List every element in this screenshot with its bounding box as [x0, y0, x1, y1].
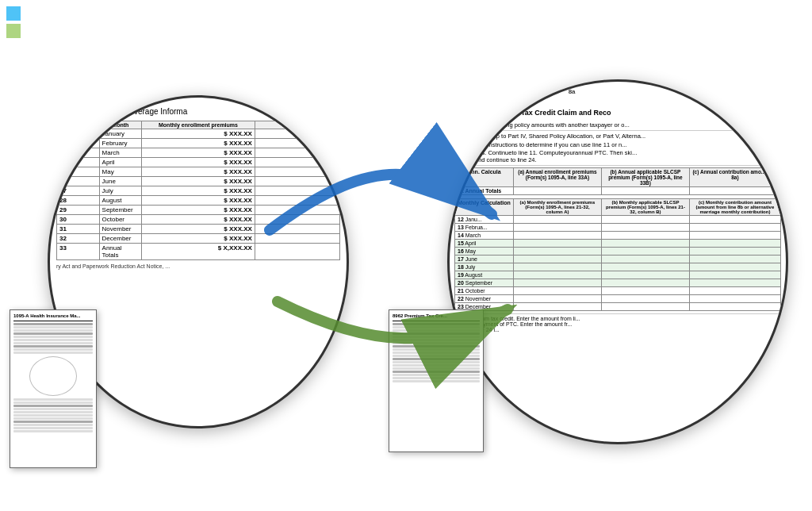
part3-row-b: [255, 139, 339, 148]
monthly-col-c-val: [601, 256, 689, 263]
annual-col-c: (b) Annual applicable SLCSP premium (For…: [601, 168, 689, 187]
part3-row-num: 32: [57, 234, 100, 244]
monthly-row: 12 Janu...: [455, 216, 514, 224]
part3-title: Part III: [98, 107, 123, 116]
line10-num: 10: [454, 141, 465, 148]
monthly-row: 15 April: [455, 240, 514, 248]
monthly-row: 14 March: [455, 232, 514, 240]
thumb-1095a-circle: [29, 356, 77, 396]
line10-text: See the instructions to determine if you…: [465, 141, 781, 148]
monthly-col-c-val: [601, 216, 689, 224]
col-header-b: B. S.: [255, 121, 339, 129]
part3-row-amount: $ XXX.XX: [142, 215, 255, 225]
part3-row-b: [255, 215, 339, 225]
monthly-row: 20 September: [455, 279, 514, 287]
monthly-row: 18 July: [455, 263, 514, 271]
monthly-col-d-val: [689, 224, 780, 232]
part3-row-month: April: [99, 158, 142, 167]
part3-row-b: [255, 129, 339, 139]
right-footer1: Total premium tax credit. Enter the amou…: [454, 313, 781, 332]
monthly-col-b-val: [513, 279, 601, 287]
annual-col-d: (c) Annual contribution amo... (line 8a): [689, 168, 780, 187]
part3-row-num: 25: [57, 167, 100, 177]
monthly-col-d-val: [689, 271, 780, 279]
part3-row-month: December: [99, 234, 142, 244]
blue-color-square: [6, 6, 21, 21]
part3-row-month: January: [99, 129, 142, 139]
monthly-row: 22 November: [455, 295, 514, 303]
part3-row-b: [255, 148, 339, 158]
part3-row-amount: $ XXX.XX: [142, 158, 255, 167]
monthly-col-a: Monthly Calculation: [455, 199, 514, 216]
part3-row-amount: $ XXX.XX: [142, 129, 255, 139]
monthly-col-c-val: [601, 303, 689, 311]
thumb-8962: 8962 Premium Tax Cre...: [389, 309, 484, 452]
part3-row-amount: $ XXX.XX: [142, 196, 255, 206]
part3-row-num: 21: [57, 129, 100, 139]
part2-label: Part II: [454, 107, 484, 118]
monthly-col-b: (a) Monthly enrollment premiums (Form(s)…: [513, 199, 601, 216]
part3-row-num: 33: [57, 244, 100, 260]
main-container: Part III Part III Coverage Informa Month…: [0, 0, 812, 511]
monthly-col-d-val: [689, 287, 780, 295]
part3-row-b: [255, 244, 339, 260]
part3-row-amount: $ XXX.XX: [142, 206, 255, 215]
monthly-col-c-val: [601, 232, 689, 240]
part3-row-num: 26: [57, 177, 100, 186]
annual-col-b: (a) Annual enrollment premiums (Form(s) …: [513, 168, 601, 187]
part3-subtitle: Coverage Informa: [124, 107, 187, 116]
part3-row-b: [255, 225, 339, 234]
monthly-col-c-val: [601, 287, 689, 295]
monthly-col-b-val: [513, 248, 601, 256]
monthly-col-c-val: [601, 295, 689, 303]
part3-row-month: March: [99, 148, 142, 158]
part3-row-num: 29: [57, 206, 100, 215]
part2-subtitle: Premium Tax Credit Claim and Reco: [488, 109, 611, 117]
monthly-col-c-val: [601, 271, 689, 279]
part3-row-num: 23: [57, 148, 100, 158]
monthly-col-d-val: [689, 303, 780, 311]
part3-row-num: 27: [57, 186, 100, 196]
part3-row-num: 28: [57, 196, 100, 206]
thumb-1095a: 1095-A Health Insurance Ma...: [10, 309, 97, 468]
annual-col-a: Ann. Calcula: [455, 168, 514, 187]
monthly-col-c-val: [601, 279, 689, 287]
part3-footer: ry Act and Paperwork Reduction Act Notic…: [56, 263, 340, 269]
monthly-col-b-val: [513, 263, 601, 271]
right-top-text: ual contributionamount. Multiply 8a: [454, 88, 781, 95]
part3-row-amount: $ XXX.XX: [142, 139, 255, 148]
monthly-col-d-val: [689, 240, 780, 248]
monthly-col-c-val: [601, 263, 689, 271]
monthly-col-b-val: [513, 256, 601, 263]
green-color-square: [6, 24, 21, 38]
monthly-row: 19 August: [455, 271, 514, 279]
part3-row-b: [255, 234, 339, 244]
line11-label: 11 Annual Totals: [455, 187, 514, 195]
right-magnifier-circle: ual contributionamount. Multiply 8a line…: [447, 79, 788, 444]
part3-row-month: August: [99, 196, 142, 206]
part3-row-month: November: [99, 225, 142, 234]
part3-row-num: 31: [57, 225, 100, 234]
part3-row-amount: $ XXX.XX: [142, 225, 255, 234]
monthly-row: 21 October: [455, 287, 514, 295]
part3-row-amount: $ XXX.XX: [142, 167, 255, 177]
monthly-col-b-val: [513, 240, 601, 248]
right-top-text2: line 3 by line 7...: [454, 97, 781, 104]
thumb-1095a-title: 1095-A Health Insurance Ma...: [13, 313, 93, 321]
part3-row-month: May: [99, 167, 142, 177]
part3-row-b: [255, 177, 339, 186]
line9-checkbox: [465, 133, 473, 140]
part3-row-amount: $ XXX.XX: [142, 234, 255, 244]
part3-row-month: September: [99, 206, 142, 215]
monthly-col-c-val: [601, 248, 689, 256]
part3-row-month: February: [99, 139, 142, 148]
monthly-col-b-val: [513, 287, 601, 295]
part3-row-amount: $ XXX.XX: [142, 186, 255, 196]
line10-yes: Yes. Continueto line 11. Computeyourannu…: [475, 149, 637, 156]
monthly-table: Monthly Calculation (a) Monthly enrollme…: [454, 198, 781, 311]
col-header-premiums: Monthly enrollment premiums: [142, 121, 255, 129]
part3-row-b: [255, 186, 339, 196]
part3-table: Month Month Monthly enrollment premiums …: [56, 121, 340, 260]
monthly-col-d: (c) Monthly contribution amount (amount …: [689, 199, 780, 216]
part3-row-b: [255, 167, 339, 177]
